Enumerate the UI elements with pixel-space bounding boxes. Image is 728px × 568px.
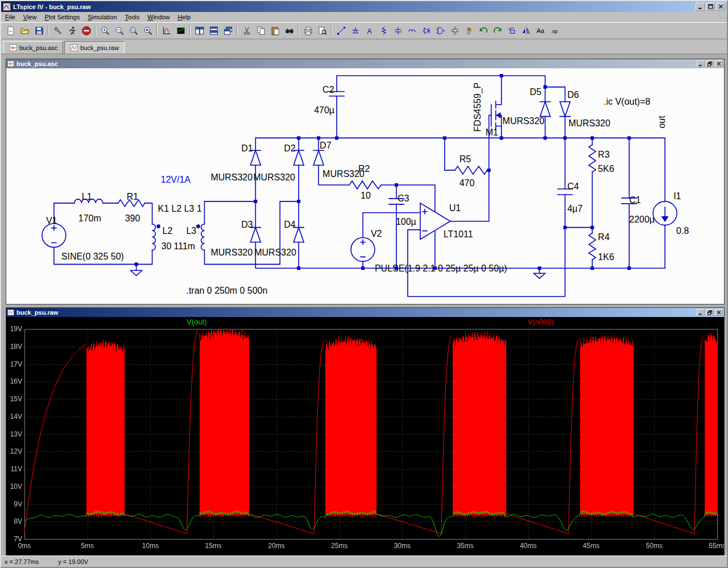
menu-simulation[interactable]: Simulation — [84, 13, 121, 22]
waveform-restore-button[interactable] — [706, 309, 714, 316]
control-panel-button[interactable] — [51, 24, 65, 38]
wire-button[interactable] — [334, 24, 348, 38]
menu-view[interactable]: View — [19, 13, 41, 22]
new-schematic-button[interactable] — [3, 24, 18, 38]
resistor-R2[interactable] — [349, 181, 381, 189]
ascdoc-icon — [9, 44, 17, 52]
paste-button[interactable] — [268, 24, 282, 38]
voltage-source-V2[interactable] — [351, 238, 375, 262]
drag-button[interactable] — [462, 24, 476, 38]
restore-icon — [707, 310, 713, 315]
find-button[interactable] — [282, 24, 296, 38]
title-bar[interactable]: LTspice IV - buck_psu.raw — [1, 1, 727, 12]
resistor-button[interactable] — [377, 24, 391, 38]
zoom-full-extents-button[interactable] — [140, 24, 155, 38]
phase-dot-L2 — [157, 225, 160, 228]
run-button[interactable] — [65, 24, 79, 38]
net-label-button[interactable] — [362, 24, 377, 38]
print-button[interactable] — [301, 24, 315, 38]
cascade-windows-button[interactable] — [221, 24, 235, 38]
schematic-doc-icon — [7, 60, 14, 67]
menu-window[interactable]: Window — [143, 13, 173, 22]
schematic-restore-button[interactable] — [706, 60, 714, 67]
undo-button[interactable] — [476, 24, 490, 38]
autorange-y-axis-button[interactable] — [159, 24, 173, 38]
schematic-label: C2 — [322, 85, 334, 94]
schematic-label: L1 — [82, 192, 92, 201]
schematic-label: 2200µ — [629, 215, 655, 224]
waveform-canvas[interactable] — [6, 317, 724, 557]
halt-button[interactable] — [79, 24, 93, 38]
control-panel-icon — [53, 26, 63, 35]
schematic-label: 170m — [78, 213, 101, 223]
menu-help[interactable]: Help — [173, 13, 195, 22]
schematic-label: out — [657, 116, 667, 129]
tile-horizontally-icon — [209, 26, 218, 35]
tile-horizontally-button[interactable] — [206, 24, 221, 38]
print-icon — [304, 26, 313, 35]
schematic-label: D2 — [284, 143, 296, 153]
spice-directive-button[interactable] — [547, 24, 561, 38]
diode-D3[interactable] — [250, 228, 260, 242]
mirror-button[interactable] — [519, 24, 533, 38]
capacitor-button[interactable] — [391, 24, 405, 38]
tab-buck_psu.raw[interactable]: buck_psu.raw — [64, 41, 125, 53]
print-preview-button[interactable] — [315, 24, 329, 38]
move-icon — [450, 26, 460, 35]
resistor-R3[interactable] — [589, 145, 595, 172]
cursor-y-readout: y = 19.00V — [58, 558, 88, 565]
schematic-label: D4 — [284, 220, 296, 229]
inductor-L2[interactable] — [152, 224, 156, 250]
component-button[interactable] — [433, 24, 448, 38]
schematic-minimize-button[interactable] — [697, 60, 705, 67]
toolbar-separator — [48, 25, 49, 36]
mirror-icon — [522, 26, 531, 35]
inductor-button[interactable] — [405, 24, 419, 38]
diode-D7[interactable] — [313, 150, 324, 165]
app-window: LTspice IV - buck_psu.raw FileViewPlot S… — [0, 0, 728, 568]
schematic-window-title-bar[interactable]: buck_psu.asc — [6, 59, 724, 68]
resistor-R5[interactable] — [455, 166, 487, 174]
inductor-L3[interactable] — [201, 224, 205, 250]
ground-button[interactable] — [348, 24, 362, 38]
diode-D4[interactable] — [293, 228, 304, 242]
text-button[interactable] — [533, 24, 547, 38]
toolbar — [1, 22, 727, 39]
schematic-label: C3 — [398, 194, 410, 203]
waveform-minimize-button[interactable] — [697, 309, 705, 316]
copy-button[interactable] — [254, 24, 268, 38]
waveform-close-button[interactable] — [715, 309, 723, 316]
maximize-button[interactable] — [706, 3, 715, 11]
zoom-area-button[interactable] — [126, 24, 140, 38]
cut-button[interactable] — [239, 24, 254, 38]
tile-vertically-icon — [195, 26, 204, 35]
diode-button[interactable] — [419, 24, 433, 38]
close-button[interactable] — [716, 3, 725, 11]
toolbar-separator — [156, 25, 158, 36]
tab-buck_psu.asc[interactable]: buck_psu.asc — [3, 41, 63, 53]
zoom-out-button[interactable] — [112, 24, 126, 38]
schematic-label: L2 — [163, 226, 173, 236]
redo-button[interactable] — [490, 24, 504, 38]
diode-D6[interactable] — [560, 102, 570, 117]
save-button[interactable] — [32, 24, 46, 38]
rotate-button[interactable] — [504, 24, 519, 38]
menu-file[interactable]: File — [1, 13, 19, 22]
paste-icon — [271, 26, 280, 35]
current-source-I1[interactable] — [653, 201, 677, 225]
redo-icon — [493, 26, 502, 35]
plot-settings-button[interactable] — [173, 24, 188, 38]
menu-tools[interactable]: Tools — [121, 13, 144, 22]
diode-D5[interactable] — [540, 102, 551, 117]
voltage-source-V1[interactable] — [42, 224, 66, 248]
open-button[interactable] — [18, 24, 32, 38]
menu-plot-settings[interactable]: Plot Settings — [40, 13, 84, 22]
move-button[interactable] — [448, 24, 462, 38]
zoom-in-button[interactable] — [98, 24, 112, 38]
resistor-R4[interactable] — [589, 233, 595, 260]
schematic-close-button[interactable] — [715, 60, 723, 67]
schematic-canvas[interactable]: C2470µD1D2D7MURS320MURS320MURS320R21012V… — [6, 68, 724, 304]
waveform-window-title-bar[interactable]: buck_psu.raw — [6, 308, 724, 317]
minimize-button[interactable] — [696, 3, 705, 11]
tile-vertically-button[interactable] — [192, 24, 206, 38]
